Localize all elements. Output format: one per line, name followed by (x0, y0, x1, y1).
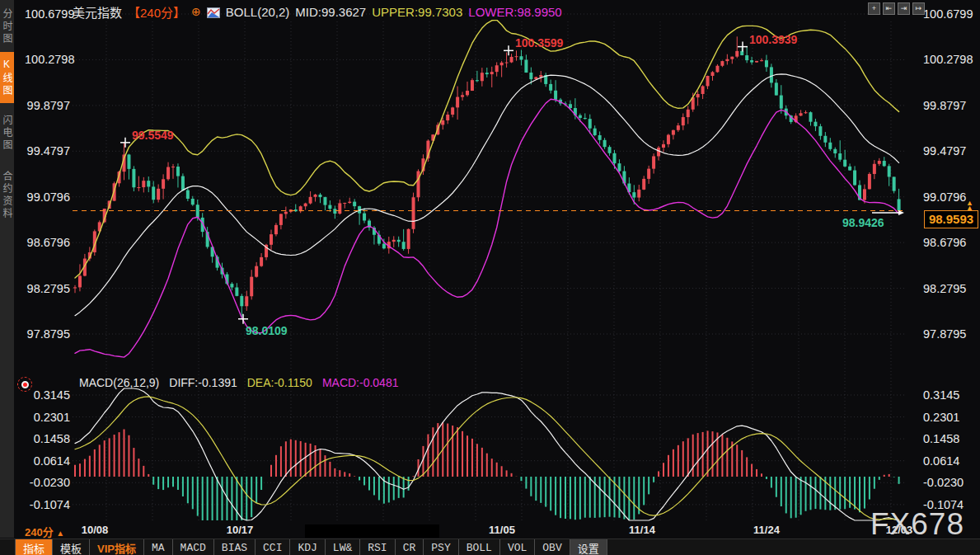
macd-legend: MACD(26,12,9) DIFF:-0.1391 DEA:-0.1150 M… (79, 376, 398, 389)
period-dropdown-label: 240分 (25, 526, 54, 539)
crosshair-icon[interactable]: + (868, 2, 880, 15)
symbol-title: 美元指数 (73, 3, 122, 21)
indicator-toolbar: 指标模板VIP指标MAMACDBIASCCIKDJLW&RSICRPSYBOLL… (0, 539, 980, 555)
mini-chart-icon[interactable] (207, 7, 220, 17)
period-label: 【240分】 (128, 3, 185, 21)
price-up-arrow-icon: ▲▲ (966, 200, 973, 210)
sidebar-tab-1[interactable]: 分时图 (0, 2, 14, 50)
last-price-box: 98.9593 (924, 210, 978, 228)
indicator-button-ma[interactable]: MA (144, 539, 173, 555)
macd-settings-icon[interactable] (17, 377, 32, 392)
footer-tab-2[interactable]: 模板 (53, 539, 90, 555)
indicator-button-boll[interactable]: BOLL (459, 539, 500, 555)
scrollbar-thumb[interactable] (305, 524, 439, 538)
pan-right-icon[interactable]: ⇥ (898, 2, 910, 15)
chart-app-window: 分时图K线图闪电图合约资料 美元指数 【240分】 ⊕ BOLL(20,2) M… (0, 0, 980, 555)
triangle-up-icon: ▲ (56, 529, 64, 538)
toolbar-spacer (0, 539, 15, 555)
boll-upper-value: UPPER:99.7303 (372, 5, 462, 19)
indicator-button-cr[interactable]: CR (396, 539, 424, 555)
indicator-button-obv[interactable]: OBV (535, 539, 570, 555)
date-label: 11/24 (753, 524, 780, 536)
indicator-button-cci[interactable]: CCI (256, 539, 290, 555)
macd-diff-value: DIFF:-0.1391 (169, 376, 237, 389)
footer-tab-1[interactable]: 指标 (15, 539, 53, 555)
macd-hist-value: MACD:-0.0481 (322, 376, 399, 389)
date-axis-row: 240分 ▲ 10/0810/1711/0511/1411/2412/03 (0, 523, 980, 539)
settings-button[interactable]: 设置 (570, 539, 607, 555)
indicator-button-kdj[interactable]: KDJ (290, 539, 325, 555)
sidebar-tab-3[interactable]: 闪电图 (0, 108, 14, 158)
date-label: 11/05 (489, 524, 515, 536)
date-label: 11/14 (629, 524, 655, 536)
pan-left-icon[interactable]: ⇤ (883, 2, 895, 15)
chart-header: 美元指数 【240分】 ⊕ BOLL(20,2) MID:99.3627 UPP… (73, 4, 562, 19)
candlestick-chart-canvas[interactable] (0, 0, 980, 555)
left-tab-strip: 分时图K线图闪电图合约资料 (0, 0, 14, 538)
macd-title: MACD(26,12,9) (79, 376, 159, 389)
candles-layer (73, 36, 901, 318)
extreme-markers (120, 42, 904, 324)
chart-tool-buttons: +⇤⇥↦ (868, 2, 925, 15)
indicator-button-vol[interactable]: VOL (500, 539, 535, 555)
add-circle-icon[interactable]: ⊕ (191, 6, 201, 17)
indicator-button-psy[interactable]: PSY (424, 539, 458, 555)
footer-tab-3[interactable]: VIP指标 (90, 539, 144, 555)
boll-mid-value: MID:99.3627 (295, 5, 366, 19)
macd-dea-value: DEA:-0.1150 (247, 376, 312, 389)
period-dropdown[interactable]: 240分 ▲ (25, 524, 64, 539)
indicator-button-macd[interactable]: MACD (173, 539, 214, 555)
indicator-button-bias[interactable]: BIAS (214, 539, 256, 555)
date-label: 12/03 (886, 524, 913, 536)
indicator-button-lw[interactable]: LW& (326, 539, 360, 555)
indicator-button-rsi[interactable]: RSI (360, 539, 395, 555)
sidebar-tab-4[interactable]: 合约资料 (0, 162, 14, 228)
date-label: 10/17 (227, 524, 254, 536)
step-right-icon[interactable]: ↦ (912, 2, 925, 15)
boll-lower-value: LOWER:98.9950 (468, 5, 561, 19)
boll-indicator-label: BOLL(20,2) (226, 5, 290, 19)
date-label: 10/08 (82, 524, 109, 536)
sidebar-tab-2[interactable]: K线图 (0, 52, 14, 103)
